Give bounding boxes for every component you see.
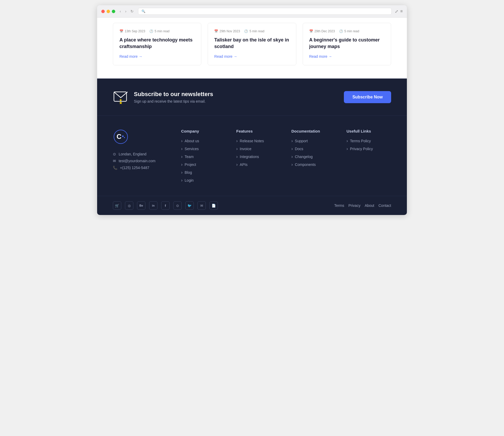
- time-meta-3: 🕐 5 min read: [339, 29, 359, 33]
- social-icons: 🛒 ◎ Be in f ⊙ 🐦 ✉ 📄: [113, 201, 218, 210]
- svg-text:C: C: [117, 133, 122, 140]
- brand-logo-icon: C: [113, 129, 129, 145]
- expand-icon[interactable]: ⤢: [395, 9, 398, 14]
- card-meta-3: 📅 29th Dec 2023 🕐 5 min read: [309, 29, 385, 33]
- read-more-link-3[interactable]: Read more →: [309, 54, 332, 59]
- blog-link[interactable]: Blog: [185, 170, 192, 175]
- about-bottom-link[interactable]: About: [365, 203, 374, 208]
- date-label-3: 29th Dec 2023: [314, 29, 335, 33]
- instagram-social-icon[interactable]: ⊙: [173, 201, 182, 210]
- privacy-policy-link[interactable]: Privacy Policy: [350, 147, 373, 151]
- facebook-social-icon[interactable]: f: [161, 201, 170, 210]
- list-item: Components: [291, 162, 336, 167]
- list-item: Docs: [291, 146, 336, 151]
- contact-bottom-link[interactable]: Contact: [379, 203, 391, 208]
- clock-icon-2: 🕐: [244, 29, 248, 33]
- apis-link[interactable]: APIs: [240, 162, 248, 167]
- behance-social-icon[interactable]: Be: [137, 201, 145, 210]
- footer-useful-col: Usefull Links Terms Policy Privacy Polic…: [346, 129, 391, 183]
- phone-icon: 📞: [113, 166, 117, 170]
- features-links: Release Notes Invoice Integrations APIs: [236, 139, 281, 167]
- services-link[interactable]: Services: [185, 147, 199, 151]
- mail-star-icon: [113, 89, 129, 105]
- search-icon: 🔍: [141, 9, 145, 13]
- minimize-dot[interactable]: [107, 10, 110, 13]
- date-label-1: 13th Sep 2023: [125, 29, 145, 33]
- integrations-link[interactable]: Integrations: [240, 155, 259, 159]
- blog-card-2: 📅 29th Nov 2023 🕐 5 min read Talisker ba…: [208, 23, 296, 65]
- footer-company-col: Company About us Services Team Project B…: [181, 129, 226, 183]
- list-item: Changelog: [291, 154, 336, 159]
- mail-icon-wrapper: [113, 89, 129, 105]
- browser-window: ‹ › ↻ 🔍 ⤢ ≡ 📅 13th Sep 2023 �: [97, 5, 407, 215]
- back-button[interactable]: ‹: [118, 9, 122, 14]
- twitter-social-icon[interactable]: 🐦: [185, 201, 194, 210]
- footer-bottom-links: Terms Privacy About Contact: [334, 203, 391, 208]
- subscribe-now-button[interactable]: Subscribe Now: [344, 91, 391, 103]
- newsletter-subtext: Sign up and receive the latest tips via …: [134, 99, 213, 103]
- list-item: Release Notes: [236, 139, 281, 143]
- clock-icon-3: 🕐: [339, 29, 343, 33]
- about-us-link[interactable]: About us: [185, 139, 199, 143]
- email-text: test@yourdomain.com: [119, 159, 155, 163]
- list-item: About us: [181, 139, 226, 143]
- date-label-2: 29th Nov 2023: [219, 29, 240, 33]
- terms-bottom-link[interactable]: Terms: [334, 203, 344, 208]
- address-bar[interactable]: 🔍: [138, 8, 391, 15]
- email-item: ✉ test@yourdomain.com: [113, 159, 171, 163]
- address-text: Londan, England: [119, 152, 146, 156]
- release-notes-link[interactable]: Release Notes: [240, 139, 264, 143]
- project-link[interactable]: Project: [185, 162, 196, 167]
- list-item: Project: [181, 162, 226, 167]
- read-more-link-2[interactable]: Read more →: [214, 54, 237, 59]
- menu-icon[interactable]: ≡: [400, 9, 403, 14]
- list-item: Support: [291, 139, 336, 143]
- cart-social-icon[interactable]: 🛒: [113, 201, 121, 210]
- docs-link[interactable]: Docs: [295, 147, 303, 151]
- refresh-button[interactable]: ↻: [129, 9, 135, 14]
- email-social-icon[interactable]: ✉: [197, 201, 206, 210]
- login-link[interactable]: Login: [185, 178, 193, 182]
- document-social-icon[interactable]: 📄: [209, 201, 218, 210]
- features-heading: Features: [236, 129, 281, 133]
- calendar-icon-3: 📅: [309, 29, 313, 33]
- forward-button[interactable]: ›: [124, 9, 128, 14]
- blog-cards-section: 📅 13th Sep 2023 🕐 5 min read A place whe…: [97, 18, 407, 78]
- footer-contact: ⊙ Londan, England ✉ test@yourdomain.com …: [113, 152, 171, 170]
- components-link[interactable]: Components: [295, 162, 316, 167]
- list-item: Terms Policy: [346, 139, 391, 143]
- browser-actions: ⤢ ≡: [395, 9, 403, 14]
- phone-item: 📞 +(125) 1254-5487: [113, 166, 171, 170]
- team-link[interactable]: Team: [185, 155, 193, 159]
- svg-marker-1: [119, 99, 122, 101]
- footer-docs-col: Documentation Support Docs Changelog Com…: [291, 129, 336, 183]
- svg-point-5: [122, 135, 124, 137]
- date-meta-1: 📅 13th Sep 2023: [119, 29, 145, 33]
- read-time-1: 5 min read: [155, 29, 170, 33]
- terms-policy-link[interactable]: Terms Policy: [350, 139, 371, 143]
- support-link[interactable]: Support: [295, 139, 308, 143]
- newsletter-section: Subscribe to our newsletters Sign up and…: [97, 78, 407, 115]
- maximize-dot[interactable]: [112, 10, 115, 13]
- footer-main: C ⊙ Londan, England ✉ test@yourdomain.co…: [97, 115, 407, 196]
- changelog-link[interactable]: Changelog: [295, 155, 313, 159]
- card-title-2: Talisker bay on the isle of skye in scot…: [214, 37, 290, 50]
- date-meta-3: 📅 29th Dec 2023: [309, 29, 335, 33]
- privacy-bottom-link[interactable]: Privacy: [348, 203, 360, 208]
- email-icon: ✉: [113, 159, 116, 163]
- calendar-icon-1: 📅: [119, 29, 123, 33]
- close-dot[interactable]: [101, 10, 105, 13]
- window-controls: [101, 10, 115, 13]
- docs-heading: Documentation: [291, 129, 336, 133]
- page-content: 📅 13th Sep 2023 🕐 5 min read A place whe…: [97, 18, 407, 215]
- card-title-1: A place where technology meets craftsman…: [119, 37, 195, 50]
- read-more-link-1[interactable]: Read more →: [119, 54, 142, 59]
- invoice-link[interactable]: Invoice: [240, 147, 251, 151]
- company-links: About us Services Team Project Blog Logi…: [181, 139, 226, 183]
- list-item: Privacy Policy: [346, 146, 391, 151]
- card-meta-2: 📅 29th Nov 2023 🕐 5 min read: [214, 29, 290, 33]
- footer-features-col: Features Release Notes Invoice Integrati…: [236, 129, 281, 183]
- linkedin-social-icon[interactable]: in: [149, 201, 158, 210]
- useful-links: Terms Policy Privacy Policy: [346, 139, 391, 151]
- dribbble-social-icon[interactable]: ◎: [125, 201, 133, 210]
